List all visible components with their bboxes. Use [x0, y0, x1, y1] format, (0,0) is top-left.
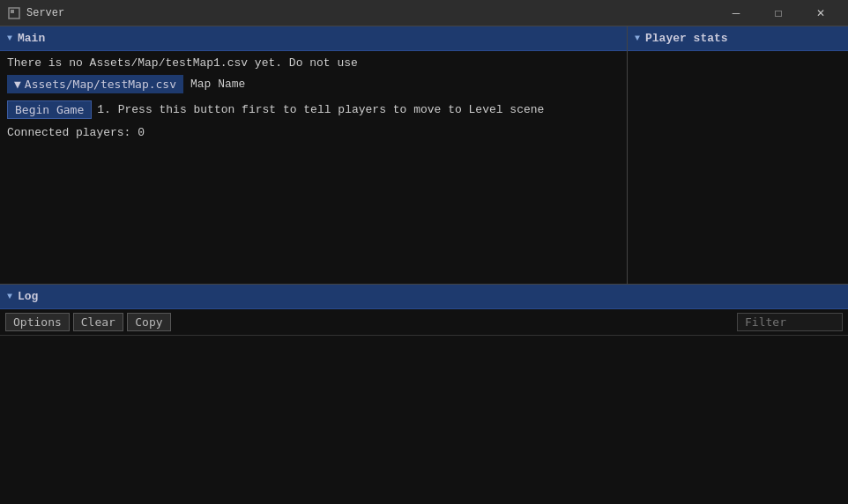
map-dropdown-arrow-icon: ▼	[14, 78, 21, 91]
begin-game-row: Begin Game 1. Press this button first to…	[7, 100, 620, 119]
log-content	[0, 336, 848, 504]
panels-row: ▼ Main There is no Assets/Map/testMap1.c…	[0, 26, 848, 284]
main-panel-title: Main	[18, 32, 45, 45]
app-icon	[7, 6, 21, 20]
player-stats-content	[628, 51, 848, 284]
title-bar: Server ─ □ ✕	[0, 0, 848, 26]
warning-text: There is no Assets/Map/testMap1.csv yet.…	[7, 56, 620, 70]
map-select-value: Assets/Map/testMap.csv	[25, 78, 176, 91]
player-stats-panel: ▼ Player stats	[628, 26, 848, 284]
maximize-button[interactable]: □	[758, 0, 799, 26]
main-panel-arrow-icon: ▼	[7, 33, 12, 43]
map-row: ▼ Assets/Map/testMap.csv Map Name	[7, 75, 620, 93]
window-title: Server	[26, 7, 716, 19]
main-panel-header: ▼ Main	[0, 26, 627, 51]
window-controls: ─ □ ✕	[716, 0, 841, 26]
begin-game-button[interactable]: Begin Game	[7, 100, 92, 119]
log-section: ▼ Log Options Clear Copy	[0, 284, 848, 504]
clear-button[interactable]: Clear	[73, 313, 123, 331]
copy-button[interactable]: Copy	[127, 313, 171, 331]
map-name-label: Map Name	[190, 78, 245, 91]
player-stats-title: Player stats	[645, 32, 728, 45]
filter-input[interactable]	[737, 313, 843, 331]
player-stats-arrow-icon: ▼	[635, 33, 640, 43]
connected-players-text: Connected players: 0	[7, 126, 620, 139]
main-panel: ▼ Main There is no Assets/Map/testMap1.c…	[0, 26, 628, 284]
log-panel-header: ▼ Log	[0, 285, 848, 309]
minimize-button[interactable]: ─	[716, 0, 756, 26]
options-button[interactable]: Options	[5, 313, 70, 331]
instruction-text: 1. Press this button first to tell playe…	[97, 103, 544, 116]
close-button[interactable]: ✕	[800, 0, 841, 26]
app-body: ▼ Main There is no Assets/Map/testMap1.c…	[0, 26, 848, 504]
map-select[interactable]: ▼ Assets/Map/testMap.csv	[7, 75, 183, 93]
log-arrow-icon: ▼	[7, 292, 12, 301]
main-panel-content: There is no Assets/Map/testMap1.csv yet.…	[0, 51, 627, 284]
log-toolbar: Options Clear Copy	[0, 309, 848, 336]
log-panel-title: Log	[18, 290, 38, 303]
svg-rect-1	[11, 10, 14, 13]
player-stats-header: ▼ Player stats	[628, 26, 848, 51]
